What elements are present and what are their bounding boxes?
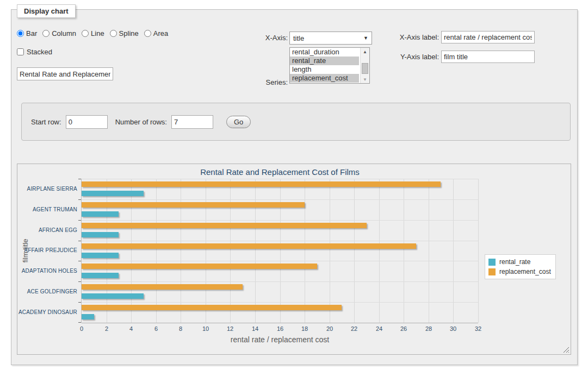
bar-rental_rate [82,211,119,217]
category-label: AGENT TRUMAN [17,206,77,212]
series-option-replacement_cost[interactable]: replacement_cost [290,74,359,83]
chart-type-radio-area[interactable] [144,30,151,37]
category-label: ACE GOLDFINGER [17,289,77,294]
chart-plot-area [82,179,478,323]
legend-swatch [488,259,496,266]
x-tick-label: 28 [418,325,440,332]
bar-rental_rate [82,191,144,196]
series-option-rental_rate[interactable]: rental_rate [290,57,359,65]
number-of-rows-label: Number of rows: [115,118,167,126]
y-axis-line [81,179,82,323]
x-tick-label: 18 [294,325,315,332]
bar-replacement_cost [82,202,305,208]
series-multiselect[interactable]: ▲ ▼ rental_durationrental_ratelengthrepl… [289,47,370,84]
bar-rental_rate [82,253,119,258]
chart-type-label: Bar [26,29,37,37]
scroll-up-icon[interactable]: ▲ [361,48,369,55]
go-button[interactable]: Go [226,116,251,128]
gridline-vertical [255,179,256,323]
gridline-vertical [453,179,454,323]
x-tick-label: 0 [71,325,92,332]
x-tick-label: 14 [244,325,266,332]
gridline-vertical [156,179,157,323]
category-tick [78,322,81,323]
chart-type-option-column[interactable]: Column [42,29,76,37]
chart-type-label: Spline [119,29,139,37]
x-tick-label: 30 [442,325,464,332]
x-axis-label-input[interactable] [441,31,535,43]
gridline-vertical [429,179,429,323]
stacked-checkbox[interactable] [17,48,24,55]
chart-type-radio-line[interactable] [82,30,89,37]
gridline-horizontal [82,261,478,261]
category-label: AFRICAN EGG [17,227,77,233]
gridline-horizontal [82,281,478,282]
chart-type-label: Line [91,29,104,37]
x-tick-label: 32 [467,325,489,332]
series-option-rental_duration[interactable]: rental_duration [290,48,359,57]
gridline-vertical [305,179,305,323]
category-tick [78,199,81,200]
chart-type-radio-column[interactable] [42,30,49,37]
bar-rental_rate [82,273,119,278]
bar-replacement_cost [82,243,416,249]
gridline-vertical [181,179,181,323]
y-axis-label-input[interactable] [441,51,535,63]
chart-type-label: Column [52,29,76,37]
x-tick-label: 22 [343,325,365,332]
legend-swatch [488,268,496,275]
category-tick [78,220,81,221]
series-option-length[interactable]: length [290,65,359,74]
chart-type-radio-bar[interactable] [17,30,24,37]
start-row-input[interactable] [66,115,108,129]
chart-type-option-area[interactable]: Area [144,29,168,37]
legend-item-rental_rate[interactable]: rental_rate [488,257,551,267]
gridline-vertical [206,179,206,323]
x-axis-label-label: X-Axis label: [387,33,439,41]
x-axis-title: rental rate / replacement cost [82,335,478,344]
bar-replacement_cost [82,305,342,310]
category-tick [78,281,81,282]
chart-title-input[interactable] [17,67,113,80]
x-tick-label: 20 [319,325,341,332]
category-label: ADAPTATION HOLES [17,268,77,274]
stacked-row: Stacked [17,48,52,56]
scroll-down-icon[interactable]: ▼ [361,76,369,83]
gridline-vertical [478,179,479,323]
gridline-vertical [230,179,231,323]
display-chart-fieldset: Display chart BarColumnLineSplineArea St… [11,9,578,365]
chart-type-radio-spline[interactable] [110,30,117,37]
x-axis-selected-value: title [293,34,304,42]
x-tick-label: 2 [96,325,117,332]
gridline-horizontal [82,179,478,179]
category-tick [78,302,81,303]
series-list-scrollbar[interactable]: ▲ ▼ [360,48,369,83]
chart-type-option-bar[interactable]: Bar [17,29,37,37]
x-tick-label: 12 [219,325,241,332]
gridline-vertical [404,179,404,323]
chart-container: Rental Rate and Replacement Cost of Film… [17,164,571,355]
gridline-horizontal [82,199,478,200]
start-row-label: Start row: [31,118,61,126]
gridline-vertical [131,179,132,323]
chart-type-option-line[interactable]: Line [82,29,104,37]
legend-item-replacement_cost[interactable]: replacement_cost [488,267,551,277]
scrollbar-thumb[interactable] [362,63,368,74]
legend-label: replacement_cost [499,268,551,275]
category-label: ACADEMY DINOSAUR [17,309,77,315]
x-tick-label: 6 [145,325,167,332]
stacked-label: Stacked [27,48,52,56]
gridline-horizontal [82,302,478,303]
x-tick-label: 26 [393,325,414,332]
chart-type-option-spline[interactable]: Spline [110,29,139,37]
resize-handle-icon[interactable] [562,346,569,353]
bar-replacement_cost [82,223,367,228]
gridline-vertical [330,179,330,323]
number-of-rows-input[interactable] [171,115,213,129]
gridline-vertical [354,179,355,323]
gridline-vertical [107,179,107,323]
x-axis-select[interactable]: title ▼ [289,32,372,45]
gridline-vertical [379,179,380,323]
gridline-horizontal [82,241,478,241]
x-tick-label: 10 [195,325,216,332]
